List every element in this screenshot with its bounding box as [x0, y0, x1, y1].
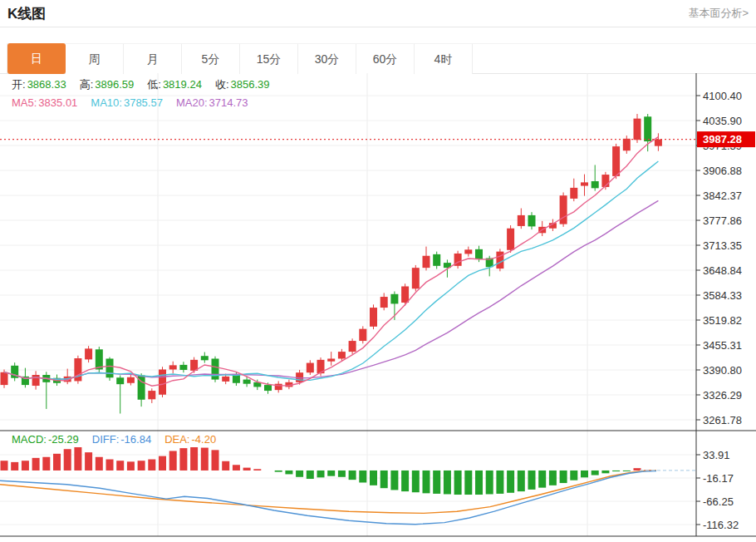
y-axis-label: 4100.40	[703, 90, 742, 102]
legend-item: MA5:3835.01	[12, 96, 77, 109]
legend-item: 开:3868.33	[12, 78, 66, 91]
y-axis-label: 3326.29	[703, 389, 742, 402]
kline-page: K线图 基本面分析> 日周月5分15分30分60分4时 4100.404035.…	[0, 0, 756, 542]
ma-legend: MA5:3835.01MA10:3785.57MA20:3714.73	[12, 96, 262, 109]
legend-item: MA10:3785.57	[91, 96, 163, 109]
macd-axis-label: -66.25	[703, 495, 734, 508]
diff-line	[0, 471, 656, 525]
legend-item: 收:3856.39	[215, 78, 270, 91]
current-price-value: 3987.28	[703, 133, 742, 145]
macd-axis-label: -116.32	[703, 519, 739, 531]
macd-axis-label: -16.17	[703, 472, 734, 485]
y-axis-label: 3842.37	[703, 190, 742, 202]
y-axis-label: 3261.78	[703, 414, 742, 426]
ma10-line	[4, 161, 658, 380]
y-axis-label: 3906.88	[703, 165, 742, 177]
legend-item: MACD:-25.29	[12, 433, 79, 446]
y-axis-label: 3455.31	[703, 339, 742, 352]
macd-axis-label: 33.91	[703, 449, 730, 461]
legend-item: 低:3819.24	[147, 78, 202, 91]
y-axis-label: 3584.33	[703, 289, 742, 302]
legend-item: 高:3896.59	[80, 78, 135, 91]
legend-item: MA20:3714.73	[176, 96, 248, 109]
y-axis-label: 3390.80	[703, 364, 742, 377]
ohlc-legend: 开:3868.33高:3896.59低:3819.24收:3856.39	[12, 77, 283, 92]
macd-legend: MACD:-25.29DIFF:-16.84DEA:-4.20	[12, 433, 229, 446]
y-axis-label: 3713.35	[703, 239, 742, 252]
y-axis-label: 3777.86	[703, 214, 742, 227]
candlestick-series	[1, 114, 662, 413]
legend-item: DEA:-4.20	[164, 433, 216, 446]
y-axis-label: 3519.82	[703, 314, 742, 327]
legend-item: DIFF:-16.84	[92, 433, 151, 446]
y-axis-label: 4035.90	[703, 115, 742, 127]
y-axis-label: 3648.84	[703, 264, 742, 277]
